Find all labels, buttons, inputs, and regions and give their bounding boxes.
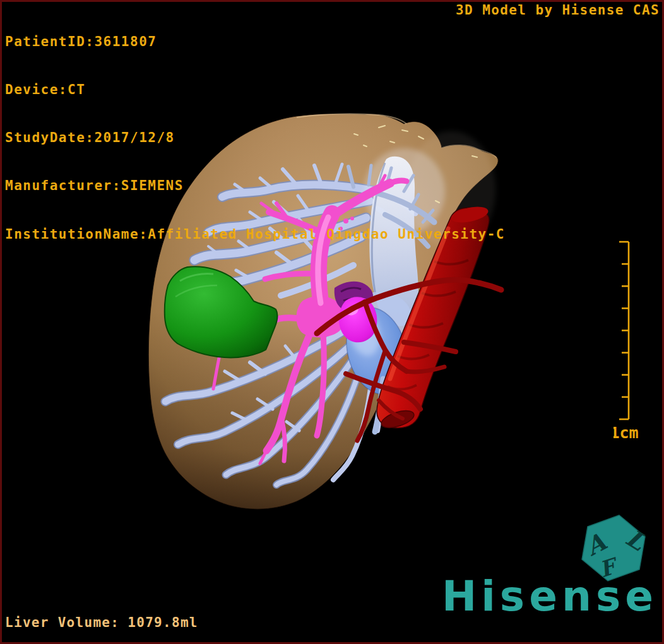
brand-block: A L F Hisense [442,518,664,644]
liver-volume-readout: Liver Volume:1079.8ml [5,615,198,630]
device-line: Device:CT [5,82,505,98]
watermark-label: 3D Model by Hisense CAS [456,3,660,18]
liver-volume-value: 1079.8ml [127,615,198,630]
scale-bar-label: 1cm [614,424,639,442]
manufacturer-line: Manufacturer:SIEMENS [5,178,505,194]
hisense-wordmark: Hisense [442,576,658,617]
patient-info-block: PatientID:3611807 Device:CT StudyDate:20… [5,2,505,275]
scale-bar: 1cm [614,237,645,446]
viewer-window: PatientID:3611807 Device:CT StudyDate:20… [0,0,664,644]
patient-id-line: PatientID:3611807 [5,34,505,50]
study-date-line: StudyDate:2017/12/8 [5,130,505,146]
scale-bar-ruler [619,242,629,419]
institution-line: InstitutionName:Affiliated Hospital Qing… [5,227,505,242]
liver-volume-label: Liver Volume: [5,615,119,630]
